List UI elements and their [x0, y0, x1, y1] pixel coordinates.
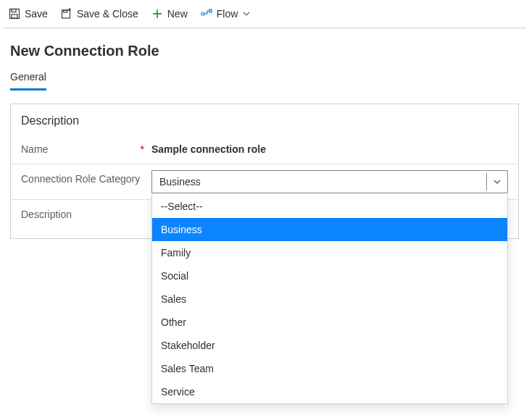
save-close-button[interactable]: Save & Close: [61, 8, 138, 20]
name-label: Name: [21, 143, 48, 155]
plus-icon: [151, 8, 163, 20]
save-close-icon: [61, 8, 72, 20]
name-label-cell: Name *: [21, 140, 151, 155]
category-dropdown: --Select-- Business Family Social Sales …: [151, 195, 508, 404]
flow-label: Flow: [217, 8, 238, 20]
chevron-down-icon: [242, 9, 251, 18]
tabs: General: [0, 67, 529, 91]
svg-rect-6: [209, 9, 212, 12]
category-option-business[interactable]: Business: [152, 218, 507, 241]
new-label: New: [167, 8, 188, 20]
svg-rect-4: [63, 10, 67, 12]
category-select[interactable]: Business: [151, 170, 508, 193]
svg-rect-2: [12, 14, 17, 18]
section-title: Description: [11, 113, 518, 135]
save-icon: [9, 8, 20, 20]
category-select-value: Business: [159, 176, 201, 188]
description-label: Description: [21, 206, 151, 220]
name-input[interactable]: Sample connection role: [151, 140, 508, 158]
category-option-select[interactable]: --Select--: [152, 195, 507, 218]
form-row-category: Connection Role Category Business --Sele…: [11, 164, 518, 199]
command-bar: Save Save & Close New Flow: [0, 0, 529, 28]
form-row-name: Name * Sample connection role: [11, 135, 518, 164]
new-button[interactable]: New: [151, 8, 188, 20]
category-option-service[interactable]: Service: [152, 380, 507, 403]
required-mark: *: [141, 143, 144, 155]
category-option-family[interactable]: Family: [152, 241, 507, 264]
save-label: Save: [25, 8, 48, 20]
page-title: New Connection Role: [0, 28, 529, 67]
tab-general[interactable]: General: [10, 67, 46, 91]
svg-rect-1: [12, 9, 16, 12]
category-option-stakeholder[interactable]: Stakeholder: [152, 334, 507, 357]
category-option-social[interactable]: Social: [152, 264, 507, 287]
description-section: Description Name * Sample connection rol…: [10, 104, 519, 239]
save-close-label: Save & Close: [77, 8, 138, 20]
svg-point-5: [201, 12, 204, 15]
category-option-sales-team[interactable]: Sales Team: [152, 357, 507, 380]
save-button[interactable]: Save: [9, 8, 48, 20]
flow-icon: [201, 8, 212, 20]
category-option-other[interactable]: Other: [152, 311, 507, 334]
flow-button[interactable]: Flow: [201, 8, 251, 20]
chevron-down-icon: [493, 177, 501, 186]
category-option-sales[interactable]: Sales: [152, 287, 507, 311]
category-label: Connection Role Category: [21, 170, 151, 185]
